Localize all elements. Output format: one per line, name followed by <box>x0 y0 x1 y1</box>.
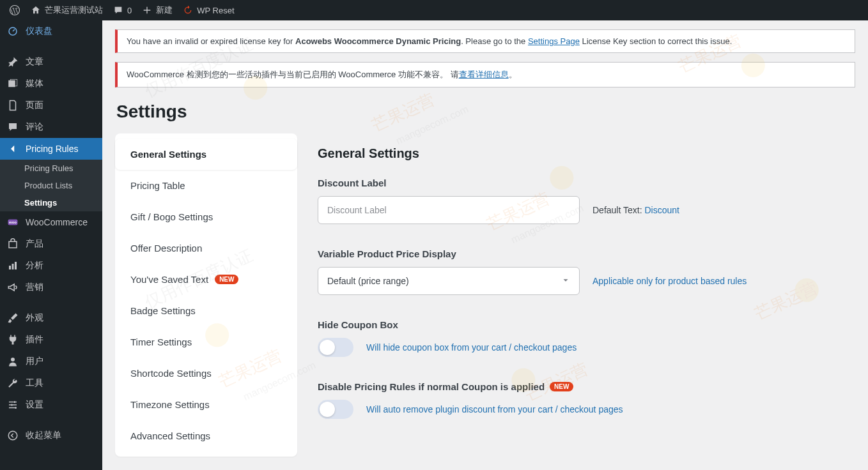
notice-license: You have an invalid or expired license k… <box>115 29 855 53</box>
new-label: 新建 <box>156 4 173 16</box>
menu-pages[interactable]: 页面 <box>0 95 102 116</box>
new-badge: NEW <box>215 275 238 284</box>
comments-count: 0 <box>127 6 132 15</box>
variable-price-help: Applicable only for product based rules <box>593 276 747 286</box>
pin-icon <box>6 56 19 68</box>
svg-point-13 <box>15 407 17 409</box>
product-icon <box>6 238 19 250</box>
wp-reset[interactable]: WP Reset <box>178 0 239 20</box>
plug-icon <box>6 334 19 345</box>
field-disable-rules: Disable Pricing Rules if normal Coupon i… <box>318 381 850 419</box>
menu-tools[interactable]: 工具 <box>0 372 102 394</box>
wordpress-icon <box>9 4 20 16</box>
tab-timer[interactable]: Timer Settings <box>115 326 297 358</box>
menu-appearance[interactable]: 外观 <box>0 307 102 329</box>
menu-dashboard[interactable]: 仪表盘 <box>0 20 102 42</box>
svg-rect-8 <box>12 264 14 269</box>
notice-woo-compat: WooCommerce 检测到您的一些活动插件与当前已启用的 WooCommer… <box>115 62 855 87</box>
svg-text:woo: woo <box>8 220 17 224</box>
tab-pricing-table[interactable]: Pricing Table <box>115 170 297 201</box>
settings-tabs: General Settings Pricing Table Gift / Bo… <box>115 133 297 457</box>
refresh-icon <box>183 5 193 15</box>
site-name[interactable]: 芒果运营测试站 <box>26 0 108 20</box>
menu-analytics[interactable]: 分析 <box>0 255 102 277</box>
sub-product-lists[interactable]: Product Lists <box>0 177 102 194</box>
section-title: General Settings <box>318 146 850 161</box>
content-area: You have an invalid or expired license k… <box>102 20 868 470</box>
svg-rect-7 <box>9 266 11 269</box>
svg-point-10 <box>11 358 15 361</box>
svg-rect-9 <box>15 262 17 269</box>
woo-details-link[interactable]: 查看详细信息 <box>459 70 509 79</box>
collapse-icon <box>6 430 19 441</box>
new-badge: NEW <box>550 382 573 391</box>
dashboard-icon <box>6 26 19 37</box>
menu-marketing[interactable]: 营销 <box>0 277 102 298</box>
field-hide-coupon: Hide Coupon Box Will hide coupon box fro… <box>318 319 850 357</box>
menu-comments[interactable]: 评论 <box>0 116 102 138</box>
tab-gift-bogo[interactable]: Gift / Bogo Settings <box>115 201 297 232</box>
svg-point-14 <box>8 431 17 440</box>
comments-link[interactable]: 0 <box>108 0 137 20</box>
settings-panel: General Settings Discount Label Default … <box>313 133 855 443</box>
tab-shortcode[interactable]: Shortcode Settings <box>115 358 297 389</box>
settings-page-link[interactable]: Settings Page <box>528 36 580 46</box>
discount-default-text: Default Text: Discount <box>593 205 679 215</box>
svg-point-11 <box>14 401 16 403</box>
new-content[interactable]: 新建 <box>137 0 178 20</box>
menu-pricing-rules[interactable]: Pricing Rules <box>0 138 102 160</box>
menu-plugins[interactable]: 插件 <box>0 329 102 351</box>
site-title: 芒果运营测试站 <box>45 4 103 16</box>
menu-woocommerce[interactable]: wooWooCommerce <box>0 211 102 233</box>
tab-badge[interactable]: Badge Settings <box>115 295 297 326</box>
home-icon <box>31 5 41 15</box>
brush-icon <box>6 312 19 324</box>
tab-saved-text[interactable]: You've Saved TextNEW <box>115 264 297 295</box>
variable-price-select[interactable]: Default (price range) <box>318 267 580 295</box>
field-variable-price: Variable Product Price Display Default (… <box>318 248 850 295</box>
media-icon <box>6 78 19 89</box>
comment-icon <box>113 5 123 15</box>
variable-price-title: Variable Product Price Display <box>318 248 850 259</box>
chevron-down-icon <box>561 276 570 287</box>
comment-icon <box>6 121 19 133</box>
tab-timezone[interactable]: Timezone Settings <box>115 389 297 420</box>
chart-icon <box>6 260 19 271</box>
page-title: Settings <box>116 102 855 122</box>
svg-point-12 <box>11 404 13 406</box>
user-icon <box>6 356 19 367</box>
tab-offer-description[interactable]: Offer Description <box>115 232 297 264</box>
menu-settings[interactable]: 设置 <box>0 394 102 416</box>
megaphone-icon <box>6 282 19 293</box>
toggle-knob <box>320 340 335 355</box>
wpreset-label: WP Reset <box>197 6 234 15</box>
svg-rect-6 <box>9 241 17 248</box>
menu-media[interactable]: 媒体 <box>0 73 102 95</box>
discount-label-input[interactable] <box>318 196 580 224</box>
discount-label-title: Discount Label <box>318 178 850 188</box>
page-icon <box>6 100 19 111</box>
disable-rules-title: Disable Pricing Rules if normal Coupon i… <box>318 381 850 392</box>
menu-posts[interactable]: 文章 <box>0 51 102 73</box>
sub-settings[interactable]: Settings <box>0 194 102 211</box>
chevron-left-icon <box>6 143 19 155</box>
disable-rules-help: Will auto remove plugin discount from yo… <box>366 404 623 414</box>
admin-bar: 芒果运营测试站 0 新建 WP Reset <box>0 0 868 20</box>
disable-rules-toggle[interactable] <box>318 400 353 419</box>
menu-products[interactable]: 产品 <box>0 233 102 255</box>
tab-general[interactable]: General Settings <box>115 139 297 170</box>
wrench-icon <box>6 377 19 389</box>
woo-icon: woo <box>6 216 19 228</box>
tab-advanced[interactable]: Advanced Settings <box>115 420 297 451</box>
sliders-icon <box>6 399 19 411</box>
wp-logo[interactable] <box>4 0 26 20</box>
hide-coupon-toggle[interactable] <box>318 338 353 357</box>
hide-coupon-help: Will hide coupon box from your cart / ch… <box>366 342 577 352</box>
hide-coupon-title: Hide Coupon Box <box>318 319 850 330</box>
sub-pricing-rules[interactable]: Pricing Rules <box>0 160 102 177</box>
plus-icon <box>142 5 152 15</box>
admin-menu: 仪表盘 文章 媒体 页面 评论 Pricing Rules Pricing Ru… <box>0 20 102 470</box>
menu-users[interactable]: 用户 <box>0 351 102 372</box>
menu-collapse[interactable]: 收起菜单 <box>0 425 102 446</box>
field-discount-label: Discount Label Default Text: Discount <box>318 178 850 224</box>
